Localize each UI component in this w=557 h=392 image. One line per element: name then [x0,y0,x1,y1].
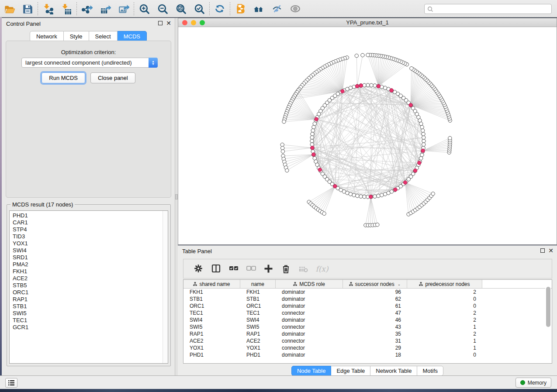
mcds-list-scrollbar[interactable] [163,211,168,363]
table-cell: dominator [276,303,343,309]
import-network-button[interactable] [39,1,57,16]
window-minimize-icon[interactable] [191,20,196,25]
mcds-result-item[interactable]: ACE2 [13,275,168,282]
table-row[interactable]: ORC1ORC1dominator610 [183,303,552,309]
open-button[interactable] [0,1,18,16]
column-header-MCDS-role[interactable]: MCDS role [276,280,343,288]
deselect-all-button[interactable] [242,261,259,276]
chevron-down-icon[interactable]: ⌄ [398,282,401,286]
mcds-result-item[interactable]: FKH1 [13,268,168,275]
zoom-in-button[interactable] [135,1,153,16]
table-cell: dominator [276,352,343,358]
table-row[interactable]: TEC1TEC1connector472 [183,309,552,316]
refresh-button[interactable] [211,1,229,16]
show-style-button[interactable] [286,1,304,16]
tab-network-table[interactable]: Network Table [370,366,417,376]
mcds-result-item[interactable]: YOX1 [13,240,168,247]
window-close-icon[interactable] [182,20,187,25]
table-cell: PHD1 [183,352,240,358]
tab-edge-table[interactable]: Edge Table [331,366,370,376]
mcds-result-item[interactable]: CAR1 [13,219,168,226]
mcds-result-list[interactable]: PHD1CAR1STP4TID3YOX1SWI4SRD1PMA2FKH1ACE2… [9,210,168,364]
column-label: shared name [199,281,230,287]
table-row[interactable]: ACE2ACE2connector311 [183,337,552,344]
table-row[interactable]: RAP1RAP1dominator352 [183,330,552,337]
export-image-button[interactable] [114,1,133,16]
columns-button[interactable] [207,261,225,276]
zoom-out-button[interactable] [153,1,172,16]
table-scrollbar[interactable] [545,282,551,361]
hide-style-button[interactable] [268,1,286,16]
float-panel-icon[interactable] [158,21,163,25]
memory-button[interactable]: Memory [515,378,551,388]
table-row[interactable]: SWI5SWI5connector431 [183,323,552,330]
search-sites-icon [253,3,264,14]
share-document-button[interactable] [231,1,249,16]
table-row[interactable]: YOX1YOX1connector291 [183,344,552,351]
gear-button[interactable] [190,261,207,276]
table-cell: YOX1 [240,345,276,351]
table-toolbar: f(x) [183,259,552,279]
table-cell: connector [276,310,343,316]
mcds-result-item[interactable]: ORC1 [13,289,168,296]
criterion-dropdown[interactable]: largest connected component (undirected)… [21,58,158,68]
network-canvas[interactable] [178,27,557,244]
tab-node-table[interactable]: Node Table [291,366,332,376]
mcds-result-item[interactable]: TEC1 [13,317,168,324]
run-mcds-button[interactable]: Run MCDS [42,72,85,83]
column-header-successor-nodes[interactable]: successor nodes⌄ [343,280,407,288]
column-header-predecessor-nodes[interactable]: predecessor nodes [407,280,482,288]
table-cell: 0 [407,296,482,302]
export-network-button[interactable] [78,1,96,16]
network-window: YPA_prune.txt_1 [178,18,557,245]
mcds-result-item[interactable]: TID3 [13,233,168,240]
table-cell: SWI4 [183,317,240,323]
mcds-result-item[interactable]: SRD1 [13,254,168,261]
column-header-name[interactable]: name [240,280,276,288]
window-zoom-icon[interactable] [200,20,205,25]
delete-button[interactable] [277,261,294,276]
zoom-selected-button[interactable] [190,1,208,16]
zoom-in-icon [138,3,150,14]
mcds-result-item[interactable]: SWI5 [13,310,168,317]
table-cell: dominator [276,331,343,337]
mcds-result-item[interactable]: RAP1 [13,296,168,303]
search-input[interactable] [435,6,549,12]
table-cell: RAP1 [240,331,276,337]
mcds-result-item[interactable]: PHD1 [13,212,168,219]
export-table-button[interactable] [96,1,114,16]
search-box[interactable] [424,4,552,14]
table-cell: dominator [276,289,343,295]
zoom-fit-button[interactable] [172,1,190,16]
table-cell: 2 [407,317,482,323]
close-panel-button[interactable]: Close panel [90,72,135,83]
mcds-result-item[interactable]: STP4 [13,226,168,233]
table-row[interactable]: FKH1FKH1dominator962 [183,289,552,296]
table-row[interactable]: STB1STB1dominator620 [183,296,552,303]
table-scrollbar-thumb[interactable] [546,287,550,327]
mcds-result-item[interactable]: PMA2 [13,261,168,268]
close-table-panel-icon[interactable]: ✕ [548,248,554,254]
network-titlebar[interactable]: YPA_prune.txt_1 [178,18,557,27]
mcds-result-item[interactable]: STB5 [13,282,168,289]
zoom-selected-icon [194,3,205,14]
toolbar-separator [230,2,230,15]
mcds-result-item[interactable]: SWI4 [13,247,168,254]
close-panel-icon[interactable]: ✕ [166,20,171,26]
float-table-panel-icon[interactable] [540,248,545,253]
save-button[interactable] [18,1,37,16]
column-header-shared-name[interactable]: shared name [183,280,240,288]
table-row[interactable]: SWI4SWI4dominator462 [183,316,552,323]
mcds-result-item[interactable]: STB1 [13,303,168,310]
search-sites-button[interactable] [249,1,268,16]
task-history-button[interactable] [5,378,17,388]
import-table-button[interactable] [57,1,76,16]
table-cell: STB1 [183,296,240,302]
mcds-result-item[interactable]: GCR1 [13,324,168,331]
desktop-wallpaper-bottom [0,389,557,392]
add-button[interactable] [259,261,277,276]
table-row[interactable]: PHD1PHD1dominator180 [183,351,552,358]
sort-icon [419,282,423,286]
select-all-button[interactable] [225,261,242,276]
tab-motifs[interactable]: Motifs [417,366,443,376]
